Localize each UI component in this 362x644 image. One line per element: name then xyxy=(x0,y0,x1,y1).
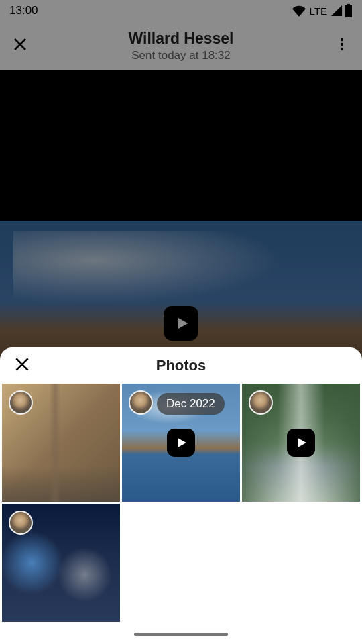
more-vert-icon xyxy=(334,36,350,52)
close-icon xyxy=(12,36,28,52)
svg-point-0 xyxy=(341,38,343,41)
grid-item[interactable] xyxy=(2,504,120,622)
status-icons: LTE xyxy=(292,4,353,17)
sheet-header: Photos xyxy=(0,347,362,384)
sheet-close-button[interactable] xyxy=(13,356,31,376)
grid-item[interactable] xyxy=(2,384,120,502)
sheet-title: Photos xyxy=(13,357,349,374)
status-time: 13:00 xyxy=(9,4,38,17)
network-type: LTE xyxy=(310,5,327,17)
header-title: Willard Hessel xyxy=(28,30,334,48)
battery-icon xyxy=(345,4,353,17)
avatar xyxy=(129,390,153,415)
grid-item[interactable]: Dec 2022 xyxy=(122,384,240,502)
svg-point-1 xyxy=(341,43,343,46)
home-indicator[interactable] xyxy=(134,633,228,636)
avatar xyxy=(9,390,33,415)
play-icon xyxy=(175,316,190,331)
close-button[interactable] xyxy=(12,36,28,55)
date-badge: Dec 2022 xyxy=(157,393,225,415)
status-bar: 13:00 LTE xyxy=(0,0,362,21)
viewer-header: Willard Hessel Sent today at 18:32 xyxy=(0,21,362,70)
grid-play-button[interactable] xyxy=(167,429,195,457)
main-play-button[interactable] xyxy=(164,306,198,341)
play-icon xyxy=(296,437,308,449)
close-icon xyxy=(13,356,31,373)
header-subtitle: Sent today at 18:32 xyxy=(28,49,334,62)
svg-point-2 xyxy=(341,48,343,50)
more-button[interactable] xyxy=(334,36,350,55)
avatar xyxy=(249,390,273,415)
signal-icon xyxy=(330,5,343,17)
wifi-icon xyxy=(292,5,306,17)
avatar xyxy=(9,511,33,535)
grid-play-button[interactable] xyxy=(287,429,315,457)
photos-bottom-sheet: Photos Dec 2022 xyxy=(0,347,362,644)
play-icon xyxy=(176,437,188,449)
grid-item[interactable] xyxy=(242,384,360,502)
photos-grid: Dec 2022 xyxy=(0,384,362,622)
